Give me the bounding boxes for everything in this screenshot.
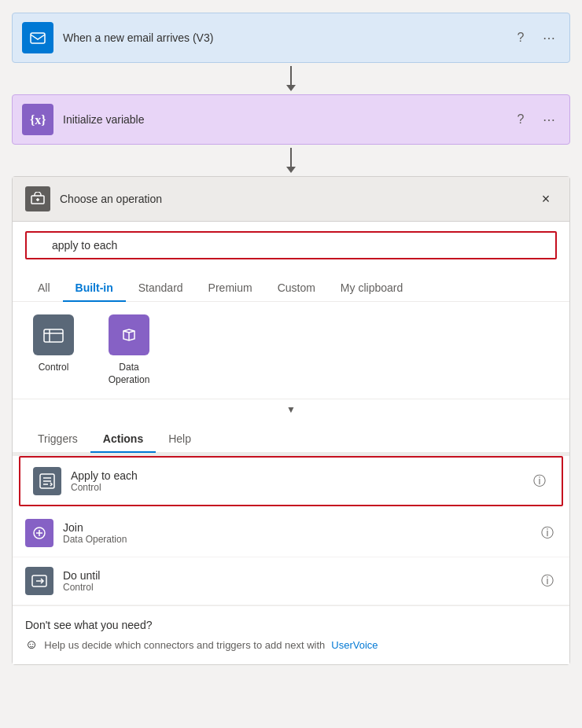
category-control[interactable]: Control bbox=[25, 314, 82, 386]
join-info-button[interactable]: ⓘ bbox=[538, 524, 557, 542]
arrow-connector-2 bbox=[286, 145, 296, 176]
tab-my-clipboard[interactable]: My clipboard bbox=[328, 275, 415, 302]
do-until-category: Control bbox=[63, 582, 538, 593]
sub-tab-actions[interactable]: Actions bbox=[90, 426, 156, 453]
data-op-category-icon bbox=[109, 314, 149, 355]
join-text: Join Data Operation bbox=[63, 521, 538, 545]
search-input[interactable] bbox=[25, 231, 557, 259]
control-category-icon bbox=[33, 314, 74, 355]
svg-rect-5 bbox=[44, 329, 63, 342]
footer-text: Help us decide which connectors and trig… bbox=[44, 639, 325, 651]
join-icon bbox=[25, 519, 53, 547]
do-until-name: Do until bbox=[63, 569, 538, 582]
operation-chooser: Choose an operation × 🔍 All Built-in Sta… bbox=[12, 176, 570, 665]
sub-tabs-row: Triggers Actions Help bbox=[13, 420, 569, 453]
variable-step-title: Initialize variable bbox=[63, 113, 510, 126]
do-until-info-button[interactable]: ⓘ bbox=[538, 572, 557, 590]
apply-to-each-info-button[interactable]: ⓘ bbox=[530, 472, 549, 491]
footer-section: Don't see what you need? ☺ Help us decid… bbox=[13, 605, 569, 664]
search-container: 🔍 bbox=[13, 222, 569, 269]
email-step-title: When a new email arrives (V3) bbox=[63, 31, 510, 44]
action-list: Apply to each Control ⓘ Join Data Operat… bbox=[13, 456, 569, 605]
variable-step-icon: {x} bbox=[22, 104, 53, 135]
email-step-menu[interactable]: ⋯ bbox=[538, 27, 560, 49]
svg-text:{x}: {x} bbox=[30, 113, 46, 127]
footer-title: Don't see what you need? bbox=[25, 619, 557, 631]
svg-rect-0 bbox=[31, 33, 45, 43]
category-data-operation[interactable]: Data Operation bbox=[101, 314, 157, 386]
apply-to-each-category: Control bbox=[71, 482, 530, 493]
arrow-connector-1 bbox=[286, 63, 296, 94]
tab-all[interactable]: All bbox=[25, 275, 63, 302]
email-step-help[interactable]: ? bbox=[510, 27, 532, 49]
chooser-header: Choose an operation × bbox=[13, 177, 569, 222]
variable-step: {x} Initialize variable ? ⋯ bbox=[12, 94, 570, 145]
chooser-icon bbox=[25, 186, 50, 211]
email-step-icon bbox=[22, 22, 53, 53]
collapse-chevron-icon: ▼ bbox=[286, 404, 296, 415]
control-category-label: Control bbox=[39, 362, 69, 374]
action-apply-to-each[interactable]: Apply to each Control ⓘ bbox=[19, 456, 563, 506]
join-category: Data Operation bbox=[63, 534, 538, 545]
footer-smiley: ☺ bbox=[25, 638, 38, 652]
do-until-text: Do until Control bbox=[63, 569, 538, 593]
apply-to-each-name: Apply to each bbox=[71, 469, 530, 482]
sub-tab-help[interactable]: Help bbox=[156, 426, 204, 453]
sub-tab-triggers[interactable]: Triggers bbox=[25, 426, 90, 453]
tab-custom[interactable]: Custom bbox=[265, 275, 328, 302]
tabs-row: All Built-in Standard Premium Custom My … bbox=[13, 269, 569, 302]
chooser-close-button[interactable]: × bbox=[535, 188, 557, 210]
tab-premium[interactable]: Premium bbox=[196, 275, 265, 302]
join-name: Join bbox=[63, 521, 538, 534]
tab-standard[interactable]: Standard bbox=[126, 275, 196, 302]
variable-step-menu[interactable]: ⋯ bbox=[538, 108, 560, 131]
footer-link-row: ☺ Help us decide which connectors and tr… bbox=[25, 638, 557, 652]
action-do-until[interactable]: Do until Control ⓘ bbox=[13, 557, 569, 605]
email-step: When a new email arrives (V3) ? ⋯ bbox=[12, 13, 570, 63]
variable-step-help[interactable]: ? bbox=[510, 108, 532, 131]
apply-to-each-text: Apply to each Control bbox=[71, 469, 530, 493]
category-grid: Control Data Operation bbox=[13, 302, 569, 399]
tab-built-in[interactable]: Built-in bbox=[63, 275, 126, 302]
data-op-category-label: Data Operation bbox=[101, 362, 157, 386]
action-join[interactable]: Join Data Operation ⓘ bbox=[13, 509, 569, 557]
apply-to-each-icon bbox=[33, 467, 61, 495]
do-until-icon bbox=[25, 567, 53, 595]
footer-uservoice-link[interactable]: UserVoice bbox=[331, 639, 378, 651]
collapse-row[interactable]: ▼ bbox=[13, 399, 569, 420]
chooser-title: Choose an operation bbox=[60, 193, 535, 205]
